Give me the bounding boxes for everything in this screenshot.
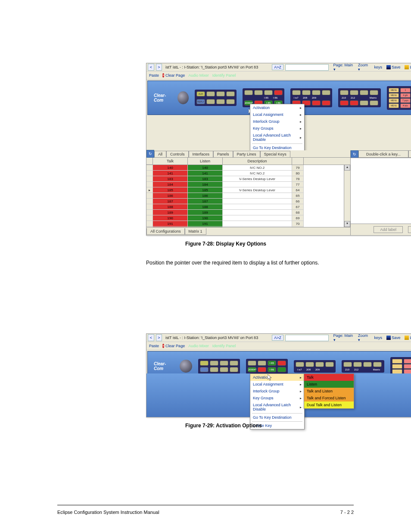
- submenu-talk[interactable]: Talk: [304, 374, 354, 381]
- menu-local-assignment[interactable]: Local Assignment▸: [250, 381, 304, 388]
- panel-key[interactable]: [322, 100, 330, 106]
- panel-key[interactable]: [312, 90, 321, 95]
- menu-interlock-group[interactable]: Interlock Group▸: [250, 118, 304, 125]
- menu-key-groups[interactable]: Key Groups▸: [250, 395, 304, 401]
- btab-matrix1[interactable]: Matrix 1: [185, 228, 206, 235]
- dial-key[interactable]: [392, 364, 402, 369]
- dial-key[interactable]: [404, 369, 411, 374]
- panel-key[interactable]: [305, 362, 314, 367]
- load-button[interactable]: Load: [403, 336, 411, 340]
- panel-key[interactable]: [264, 90, 273, 95]
- panel-key[interactable]: [210, 361, 218, 366]
- dial-key[interactable]: [392, 369, 402, 374]
- panel-key[interactable]: [230, 361, 238, 366]
- aux-key[interactable]: [200, 361, 209, 366]
- submenu-listen[interactable]: Listen: [304, 381, 354, 388]
- panel-key[interactable]: [220, 361, 228, 366]
- table-row[interactable]: ▸185185V-Series Desktop Lever64: [146, 187, 350, 193]
- dial-key[interactable]: # abx: [400, 103, 411, 108]
- panel-key[interactable]: [363, 362, 372, 367]
- panel-key[interactable]: [258, 367, 266, 372]
- panel-key[interactable]: [206, 99, 215, 104]
- tab-keyfunctions[interactable]: Key-Specific Functions: [408, 150, 411, 157]
- zoom-menu[interactable]: Zoom ▾: [357, 63, 371, 72]
- menu-activation[interactable]: Activation▸: [250, 374, 304, 381]
- panel-key[interactable]: [353, 362, 362, 367]
- tab-specialkeys[interactable]: Special Keys: [260, 151, 290, 157]
- dial-key[interactable]: [404, 364, 411, 369]
- dial-key[interactable]: [392, 359, 402, 364]
- keys-button[interactable]: keys: [373, 336, 383, 340]
- tab-all[interactable]: All: [154, 151, 166, 157]
- nav-fwd-button[interactable]: >: [156, 334, 162, 341]
- sort-az-button[interactable]: A>Z: [272, 335, 283, 341]
- panel-key[interactable]: [226, 99, 235, 104]
- table-row[interactable]: 18918968: [146, 210, 350, 215]
- dial-key[interactable]: 4 ghi: [400, 93, 411, 98]
- panel-key[interactable]: [230, 367, 238, 372]
- menu-local-assignment[interactable]: Local Assignment▸: [250, 111, 304, 118]
- submenu-talk-listen[interactable]: Talk and Listen: [304, 388, 354, 395]
- clear-page-link[interactable]: ×Clear Page: [162, 73, 185, 78]
- sort-dropdown[interactable]: [285, 335, 329, 341]
- panel-key[interactable]: [343, 362, 352, 367]
- col-desc[interactable]: Description: [223, 158, 292, 165]
- panel-key[interactable]: [360, 100, 368, 106]
- panel-key[interactable]: [350, 90, 358, 95]
- panel-key[interactable]: [216, 99, 225, 104]
- menu-latch-disable[interactable]: Local Advanced Latch Disable▸: [250, 132, 304, 143]
- panel-key[interactable]: [220, 367, 228, 372]
- paste-link[interactable]: Paste: [148, 73, 159, 78]
- dial-key[interactable]: MENU: [389, 98, 399, 103]
- panel-key[interactable]: [292, 90, 301, 95]
- table-row[interactable]: 19019069: [146, 215, 350, 221]
- panel-key[interactable]: [322, 90, 330, 95]
- page-menu[interactable]: Page: Main ▾: [332, 63, 355, 72]
- main-knob[interactable]: [177, 91, 189, 104]
- menu-interlock-group[interactable]: Interlock Group▸: [250, 388, 304, 395]
- panel-key[interactable]: [254, 90, 263, 95]
- reply-key[interactable]: [200, 367, 209, 372]
- nav-back-button[interactable]: <: [148, 334, 154, 341]
- table-row[interactable]: 140140IVC NO.279: [146, 165, 350, 171]
- panel-key[interactable]: [206, 91, 215, 96]
- tab-interfaces[interactable]: Interfaces: [189, 151, 214, 157]
- corner-button[interactable]: ↻: [146, 150, 154, 158]
- scroll-down-icon[interactable]: ▾: [344, 221, 350, 227]
- tab-partylines[interactable]: Party Lines: [233, 151, 260, 157]
- menu-goto-key[interactable]: Go To Key Destination: [250, 414, 304, 421]
- table-row[interactable]: 141141IVC NO.280: [146, 171, 350, 176]
- dial-key[interactable]: 1: [400, 88, 411, 93]
- nav-fwd-button[interactable]: >: [156, 64, 162, 71]
- panel-key[interactable]: [370, 90, 378, 95]
- panel-key[interactable]: [274, 90, 283, 95]
- table-row[interactable]: 18418477: [146, 182, 350, 187]
- tab-panels[interactable]: Panels: [213, 151, 233, 157]
- table-row[interactable]: 183183V-Series Desktop Lever78: [146, 176, 350, 182]
- sort-az-button[interactable]: A>Z: [272, 64, 283, 70]
- panel-key[interactable]: [226, 91, 235, 96]
- tab-doubleclick[interactable]: Double-click a key...: [358, 150, 408, 157]
- panel-key[interactable]: [325, 362, 334, 367]
- panel-key[interactable]: [370, 100, 378, 106]
- btab-allconfigs[interactable]: All Configurations: [146, 228, 185, 235]
- submenu-talk-forced[interactable]: Talk and Forced Listen: [304, 395, 354, 401]
- panel-key[interactable]: I 86: [268, 367, 276, 372]
- panel-key[interactable]: [244, 90, 253, 95]
- corner-button[interactable]: ↻: [351, 150, 358, 158]
- keys-button[interactable]: keys: [373, 65, 383, 69]
- scroll-up-icon[interactable]: ▴: [344, 165, 350, 171]
- dial-key[interactable]: 7 pqrs: [400, 98, 411, 103]
- tab-controls[interactable]: Controls: [166, 151, 189, 157]
- main-knob[interactable]: [180, 360, 192, 373]
- save-button[interactable]: Save: [385, 65, 402, 69]
- panel-key[interactable]: [315, 362, 324, 367]
- dial-key[interactable]: [404, 359, 411, 364]
- panel-key[interactable]: [216, 91, 225, 96]
- reply-key[interactable]: REPLY: [196, 99, 205, 104]
- aux-key[interactable]: AUX: [196, 91, 205, 96]
- col-listen[interactable]: Listen: [188, 158, 223, 165]
- submenu-dual-talk-listen[interactable]: Dual Talk and Listen: [304, 401, 354, 408]
- table-row[interactable]: 19119170: [146, 221, 350, 227]
- panel-key[interactable]: [373, 362, 382, 367]
